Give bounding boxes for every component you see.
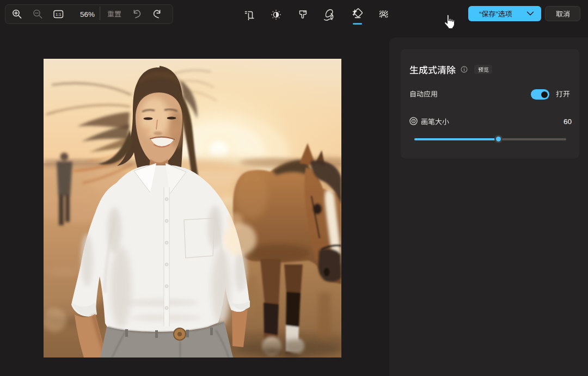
svg-text:1:1: 1:1 (56, 12, 61, 17)
